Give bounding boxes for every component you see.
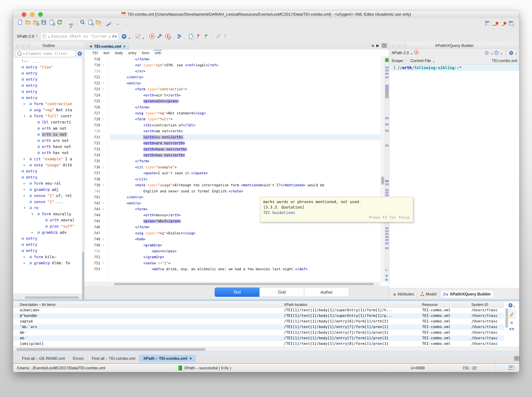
nav-forward-icon[interactable]: → bbox=[122, 19, 130, 27]
save-to-url-icon[interactable] bbox=[48, 18, 55, 26]
reload-icon[interactable] bbox=[55, 18, 63, 26]
code-line-719[interactable]: 719▽ <xr type="syn">SYN. see <ref>legal<… bbox=[84, 62, 380, 68]
column-xpath-location[interactable]: XPath location bbox=[284, 303, 307, 307]
code-line-752[interactable]: 752▽ <sense n="1"> bbox=[84, 260, 380, 266]
builder-tab-model[interactable]: Model bbox=[418, 290, 439, 298]
outline-item[interactable]: lblcontracti bbox=[13, 119, 82, 125]
zoom-window-button[interactable] bbox=[38, 12, 43, 17]
xpath-result-mark[interactable] bbox=[385, 117, 389, 119]
outline-item[interactable]: ▶gramGrpadj bbox=[13, 186, 82, 192]
outline-item[interactable]: orthhas not bbox=[13, 150, 82, 156]
outline-settings-gear-icon[interactable] bbox=[77, 51, 82, 56]
outline-item[interactable]: entry bbox=[13, 168, 82, 174]
scrollbar-thumb[interactable] bbox=[381, 176, 384, 185]
panel-info-icon[interactable] bbox=[507, 19, 515, 27]
builder-settings-gear-icon[interactable] bbox=[509, 50, 514, 55]
code-line-751[interactable]: 751 </gramGrp> bbox=[84, 254, 380, 260]
code-line-722[interactable]: 722▽ <entry> bbox=[84, 80, 380, 86]
format-indent-icon[interactable] bbox=[175, 32, 183, 40]
outline-item[interactable]: entry bbox=[13, 88, 82, 95]
mode-author[interactable]: Author bbox=[304, 288, 349, 297]
validate-icon[interactable] bbox=[134, 32, 142, 40]
xpath-result-mark[interactable] bbox=[385, 85, 389, 87]
xpath-result-mark[interactable] bbox=[385, 227, 389, 229]
xpath-version-selector[interactable]: XPath 2.0▼ bbox=[15, 34, 39, 39]
outline-item[interactable]: !--... bbox=[13, 58, 82, 64]
code-line-723[interactable]: 723▽ <form type="contraction"> bbox=[84, 86, 380, 92]
results-settings-gear-icon[interactable]: ▼ bbox=[508, 303, 515, 308]
code-line-733[interactable]: 733 <orth>have not</orth> bbox=[84, 146, 380, 152]
outline-vertical-scrollbar[interactable] bbox=[82, 252, 84, 306]
breadcrumb-text[interactable]: text bbox=[104, 51, 109, 55]
document-status-mark[interactable] bbox=[385, 58, 389, 62]
open-url-icon[interactable] bbox=[32, 18, 40, 26]
xpath-result-mark[interactable] bbox=[385, 192, 389, 193]
notifications-bubble-icon[interactable] bbox=[509, 366, 514, 370]
editor-vertical-scrollbar[interactable] bbox=[380, 56, 385, 282]
xpath-result-mark[interactable] bbox=[385, 88, 389, 91]
spell-check-icon[interactable]: ABC✓ bbox=[67, 22, 75, 30]
element-filter-input[interactable]: ▼ Element name filter bbox=[15, 50, 76, 57]
outline-item[interactable]: ▶gramGrpélém. fo bbox=[13, 260, 82, 266]
outline-item[interactable]: orthis not bbox=[13, 131, 82, 137]
xpath-result-mark[interactable] bbox=[385, 189, 389, 191]
outline-item[interactable]: pron"suff" bbox=[13, 223, 82, 229]
outline-item[interactable]: ▼form"full"contr bbox=[13, 113, 82, 119]
code-line-748[interactable]: 748▽ <hom> bbox=[84, 236, 380, 242]
xpath-result-mark[interactable] bbox=[385, 242, 389, 244]
compare-documents-icon[interactable] bbox=[187, 32, 195, 40]
overview-ruler[interactable]: × ◆ ◆ bbox=[385, 56, 389, 282]
code-line-739[interactable]: 739▽ <note type="usage">Although the int… bbox=[84, 182, 380, 188]
outline-item[interactable]: ▶formkilo– bbox=[13, 254, 82, 260]
scrollbar-thumb[interactable] bbox=[114, 283, 374, 285]
outline-item[interactable]: usg"reg"Not sta bbox=[13, 107, 82, 113]
outline-item[interactable]: ortham not bbox=[13, 125, 82, 131]
find-replace-in-file-icon[interactable] bbox=[86, 18, 94, 26]
panel-layout-icon[interactable] bbox=[483, 19, 491, 27]
chevron-down-icon[interactable]: ▼ bbox=[109, 36, 111, 40]
save-icon[interactable] bbox=[40, 18, 48, 26]
view-tab-find-all-tei-combo-xml[interactable]: Find all – TEI-combo.xml bbox=[88, 355, 139, 362]
xpath-result-mark[interactable] bbox=[385, 124, 389, 125]
outline-header[interactable]: Outline bbox=[13, 43, 84, 49]
outline-item[interactable]: orthare not bbox=[13, 137, 82, 143]
result-row[interactable]: zaptyé/TEI[1]/text[1]/body[1]/entry[6]/f… bbox=[13, 319, 504, 324]
xpath-builder-header[interactable]: XPath/XQuery Builder bbox=[389, 43, 519, 49]
builder-tab-attributes[interactable]: aAttributes bbox=[391, 290, 417, 298]
mode-grid[interactable]: Grid bbox=[259, 288, 304, 297]
pin-green-icon[interactable] bbox=[203, 32, 211, 40]
outline-item[interactable]: orthhave not bbox=[13, 144, 82, 150]
outline-item[interactable]: sense"2"... bbox=[13, 199, 82, 205]
outline-item[interactable]: ▶sense"1"of, rel bbox=[13, 192, 82, 199]
favorites-star-icon[interactable] bbox=[484, 50, 489, 55]
outline-item[interactable]: entry bbox=[13, 242, 82, 248]
code-line-734[interactable]: 734 <orth>has not</orth> bbox=[84, 152, 380, 158]
outline-item[interactable]: entry bbox=[13, 95, 82, 101]
view-tab-errors[interactable]: Errors bbox=[69, 355, 88, 362]
pin-red-icon[interactable] bbox=[195, 32, 203, 40]
result-row[interactable]: äb-`/TEI[1]/text[1]/body[1]/entry[7]/for… bbox=[13, 330, 504, 335]
debug-xslt-icon[interactable]: XSLT✱ bbox=[491, 21, 499, 29]
results-header[interactable]: Description – 84 items XPath location Re… bbox=[13, 302, 504, 308]
outline-item[interactable]: entry bbox=[13, 174, 82, 180]
xpath-result-mark[interactable] bbox=[385, 76, 389, 78]
xpath-result-mark[interactable] bbox=[385, 91, 389, 93]
xpath-result-mark[interactable] bbox=[385, 93, 389, 94]
xpath-result-mark[interactable] bbox=[385, 144, 389, 147]
xpath-result-mark[interactable] bbox=[385, 67, 389, 68]
code-line-730[interactable]: 730 <orth>am not</orth> bbox=[84, 128, 380, 134]
settings-icon[interactable] bbox=[120, 32, 128, 40]
highlight-results-toggle[interactable] bbox=[508, 310, 515, 319]
code-line-747[interactable]: 747 <usg type="reg">Dialect</usg> bbox=[84, 230, 380, 236]
outline-item[interactable]: entry bbox=[13, 82, 82, 88]
outline-item[interactable]: entry"rise" bbox=[13, 64, 82, 70]
nav-back-icon[interactable]: ← bbox=[114, 19, 122, 27]
query-line[interactable]: 1 //orth/following-sibling::* bbox=[389, 65, 519, 71]
breadcrumb-entry[interactable]: entry bbox=[128, 51, 136, 55]
xpath-result-mark[interactable] bbox=[385, 180, 389, 182]
result-row[interactable]: @"band@n/TEI[1]/text[1]/body[1]/superEnt… bbox=[13, 313, 504, 319]
debug-transformation-icon[interactable] bbox=[164, 32, 172, 40]
xpath-result-mark[interactable] bbox=[385, 130, 389, 132]
edit-disabled-icon[interactable] bbox=[214, 32, 222, 40]
debug-xquery-icon[interactable]: XQ✱ bbox=[499, 21, 507, 29]
